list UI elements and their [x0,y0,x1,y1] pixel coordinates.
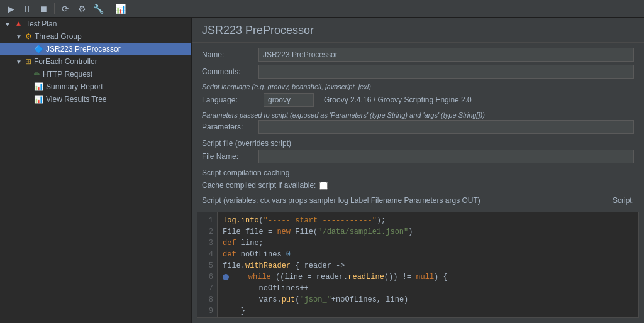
run-btn[interactable]: ▶ [4,2,18,16]
content-panel: JSR223 PreProcessor Name: Comments: Scri… [192,18,644,323]
main-layout: ▼ 🔺 Test Plan ▼ ⚙ Thread Group 🔷 JSR223 … [0,18,644,323]
sep1 [54,3,55,14]
line-numbers: 1 2 3 4 5 6 7 8 9 10 11 12 [197,212,218,317]
language-input[interactable] [264,93,314,107]
code-content[interactable]: log.info("----- start -----------"); Fil… [218,212,638,317]
ln-4: 4 [197,249,217,260]
comments-label: Comments: [202,67,258,76]
parameters-input[interactable] [258,120,634,134]
name-label: Name: [202,50,258,59]
script-section: Script (variables: ctx vars props sample… [202,194,480,207]
ln-6: 6 [197,271,217,283]
test-plan-label: Test Plan [26,19,57,28]
ln-7: 7 [197,283,217,294]
script-file-section: Script file (overrides script) [202,137,634,150]
panel-title: JSR223 PreProcessor [192,18,644,43]
code-line-3: def line; [223,238,633,249]
stop-btn[interactable]: ⏹ [36,2,50,16]
comments-input[interactable] [258,65,634,79]
pause-btn[interactable]: ⏸ [20,2,34,16]
filename-row: File Name: [202,150,634,163]
sidebar-item-foreach[interactable]: ▼ ⊞ ForEach Controller [0,55,191,68]
ln-8: 8 [197,294,217,305]
code-line-2: File file = new File("/data/sample1.json… [223,226,633,238]
sidebar-item-thread-group[interactable]: ▼ ⚙ Thread Group [0,30,191,43]
name-input[interactable] [258,48,634,62]
filename-input[interactable] [258,150,634,163]
code-fn-1: log.info [223,216,259,225]
jsr223-label: JSR223 PreProcessor [46,45,121,53]
http-label: HTTP Request [43,70,92,79]
sep2 [109,3,109,14]
thread-group-label: Thread Group [35,32,82,41]
parameters-label: Parameters: [202,123,258,131]
script-lang-hint: Script language (e.g. groovy, beanshell,… [202,82,634,93]
foreach-icon: ⊞ [25,57,31,66]
cache-label: Cache compiled script if available: [202,179,316,192]
sidebar-item-jsr223[interactable]: 🔷 JSR223 PreProcessor [0,43,191,55]
code-line-1: log.info("----- start -----------"); [223,215,633,226]
params-note: Parameters passed to script (exposed as … [202,110,634,120]
code-line-5: file.withReader { reader -> [223,260,633,271]
code-line-4: def noOfLines=0 [223,249,633,260]
code-line-9: } [223,305,633,317]
cache-checkbox[interactable] [319,182,328,190]
http-icon: ✏ [34,70,40,79]
sidebar-item-results-tree[interactable]: 📊 View Results Tree [0,93,191,106]
form-area: Name: Comments: Script language (e.g. gr… [192,43,644,212]
code-line-10: } [223,317,633,317]
ln-5: 5 [197,260,217,271]
summary-label: Summary Report [46,82,103,91]
script-right-label: Script: [613,196,634,205]
ln-9: 9 [197,305,217,317]
results-tree-icon: 📊 [34,95,43,104]
cache-row: Cache compiled script if available: [202,179,634,192]
code-editor[interactable]: 1 2 3 4 5 6 7 8 9 10 11 12 log.info("---… [197,212,639,318]
ln-2: 2 [197,226,217,238]
language-label: Language: [202,96,258,104]
sidebar-item-http[interactable]: ✏ HTTP Request [0,68,191,80]
breakpoint-marker [223,274,229,280]
thread-group-icon: ⚙ [25,32,32,41]
ln-1: 1 [197,215,217,226]
summary-icon: 📊 [34,82,43,91]
script-header: Script (variables: ctx vars props sample… [202,194,634,207]
chart-btn[interactable]: 📊 [113,2,127,16]
settings-btn[interactable]: ⚙ [75,2,89,16]
test-plan-icon: 🔺 [14,19,23,28]
refresh-btn[interactable]: ⟳ [58,2,72,16]
parameters-row: Parameters: [202,120,634,134]
toggle-thread-group: ▼ [15,33,23,40]
toggle-test-plan: ▼ [4,21,11,28]
toolbar: ▶ ⏸ ⏹ ⟳ ⚙ 🔧 📊 [0,0,644,18]
caching-section: Script compilation caching [202,167,634,179]
wrench-btn[interactable]: 🔧 [91,2,105,16]
toggle-foreach: ▼ [15,58,23,65]
sidebar-item-summary[interactable]: 📊 Summary Report [0,80,191,93]
sidebar-item-test-plan[interactable]: ▼ 🔺 Test Plan [0,18,191,30]
code-line-7: noOfLines++ [223,283,633,294]
jsr223-icon: 🔷 [34,45,43,53]
language-row: Language: Groovy 2.4.16 / Groovy Scripti… [202,93,634,107]
language-engine: Groovy 2.4.16 / Groovy Scripting Engine … [324,96,472,104]
ln-10: 10 [197,317,217,318]
comments-row: Comments: [202,65,634,79]
filename-label: File Name: [202,152,258,161]
name-row: Name: [202,48,634,62]
foreach-label: ForEach Controller [34,57,97,66]
ln-3: 3 [197,238,217,249]
code-line-6: while ((line = reader.readLine()) != nul… [223,271,633,283]
code-line-8: vars.put("json_"+noOfLines, line) [223,294,633,305]
results-tree-label: View Results Tree [46,95,107,104]
sidebar: ▼ 🔺 Test Plan ▼ ⚙ Thread Group 🔷 JSR223 … [0,18,192,323]
